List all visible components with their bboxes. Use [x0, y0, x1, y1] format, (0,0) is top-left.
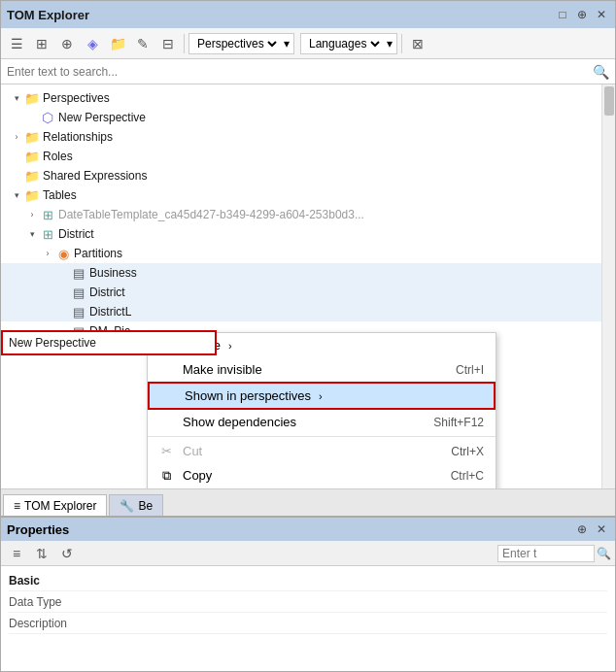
tree-label-business: Business: [89, 266, 137, 280]
toolbar-btn-3[interactable]: ⊕: [55, 32, 79, 55]
tree-item-shared-expressions[interactable]: 📁 Shared Expressions: [1, 166, 615, 185]
properties-panel: Properties ⊕ ✕ ≡ ⇅ ↺ 🔍 Basic Data Type D…: [1, 516, 615, 671]
toolbar-sep-2: [401, 34, 402, 53]
main-toolbar: ☰ ⊞ ⊕ ◈ 📁 ✎ ⊟ Perspectives ▾ Languages ▾…: [1, 28, 615, 59]
folder-icon-perspectives: 📁: [24, 90, 40, 106]
expand-icon-datetable: ›: [24, 207, 40, 222]
tree-item-relationships[interactable]: › 📁 Relationships: [1, 127, 615, 147]
tree-label-tables: Tables: [43, 188, 77, 202]
tree-label-district-measure: District: [89, 286, 125, 299]
languages-select[interactable]: Languages: [305, 36, 383, 51]
tree-scrollbar[interactable]: [601, 84, 615, 488]
tree-item-partitions[interactable]: › ◉ Partitions: [1, 244, 615, 263]
ctx-shortcut-copy: Ctrl+C: [451, 469, 484, 483]
ctx-shortcut-cut: Ctrl+X: [451, 445, 484, 458]
measure-icon-district: ▤: [71, 285, 86, 300]
folder-icon-shared-expressions: 📁: [24, 168, 40, 184]
title-bar: TOM Explorer □ ⊕ ✕: [1, 1, 615, 28]
languages-dropdown[interactable]: Languages ▾: [300, 33, 397, 54]
props-toolbar-btn-2[interactable]: ⇅: [30, 542, 53, 565]
context-trigger-row[interactable]: New Perspective: [1, 330, 217, 355]
tree-label-district: District: [58, 227, 94, 241]
tab-label-be: Be: [138, 499, 153, 513]
expand-icon-tables: ▾: [9, 187, 24, 203]
ctx-shortcut-show-dependencies: Shift+F12: [433, 416, 484, 429]
expand-icon-district: ▾: [24, 226, 40, 242]
properties-title-controls: ⊕ ✕: [574, 521, 609, 537]
tree-label-shared-expressions: Shared Expressions: [43, 169, 147, 183]
search-button[interactable]: 🔍: [593, 64, 609, 80]
tree-label-datetable: DateTableTemplate_ca45d427-b349-4299-a60…: [58, 208, 364, 221]
context-menu: Create › Make invisible Ctrl+I Shown in …: [147, 332, 496, 488]
tree-item-district[interactable]: ▾ ⊞ District: [1, 224, 615, 244]
props-toolbar-btn-1[interactable]: ≡: [5, 542, 28, 565]
close-button[interactable]: ✕: [594, 7, 609, 22]
ctx-item-make-invisible[interactable]: Make invisible Ctrl+I: [148, 357, 496, 382]
tree-item-new-perspective[interactable]: ⬡ New Perspective: [1, 108, 615, 127]
search-input[interactable]: [7, 65, 593, 79]
expand-icon-district-measure: [55, 285, 71, 300]
tab-be[interactable]: 🔧 Be: [109, 494, 163, 516]
ctx-arrow-create: ›: [228, 340, 232, 352]
tree-item-district-measure[interactable]: ▤ District: [1, 283, 615, 302]
tree-item-roles[interactable]: 📁 Roles: [1, 147, 615, 166]
ctx-item-copy[interactable]: ⧉ Copy Ctrl+C: [148, 463, 496, 487]
toolbar-btn-2[interactable]: ⊞: [30, 32, 53, 55]
copy-icon: ⧉: [157, 467, 175, 485]
toolbar-btn-8[interactable]: ⊠: [406, 32, 429, 55]
ctx-label-make-invisible: Make invisible: [183, 362, 262, 377]
toolbar-sep-1: [184, 34, 185, 53]
expand-icon-new-perspective: [24, 110, 40, 125]
ctx-item-shown-in-perspectives[interactable]: Shown in perspectives ›: [148, 382, 496, 410]
tree-item-districtL[interactable]: ▤ DistrictL: [1, 302, 615, 321]
toolbar-btn-1[interactable]: ☰: [5, 32, 28, 55]
title-bar-left: TOM Explorer: [7, 8, 89, 22]
expand-icon-business: [55, 265, 71, 281]
ctx-label-copy: Copy: [183, 468, 212, 483]
tab-icon-be: 🔧: [120, 499, 134, 513]
tree-item-datetable[interactable]: › ⊞ DateTableTemplate_ca45d427-b349-4299…: [1, 205, 615, 224]
search-bar: 🔍: [1, 59, 615, 84]
toolbar-btn-7[interactable]: ⊟: [156, 32, 180, 55]
measure-icon-business: ▤: [71, 265, 86, 281]
tree-item-business[interactable]: ▤ Business: [1, 263, 615, 283]
tab-tom-explorer[interactable]: ≡ TOM Explorer: [3, 494, 107, 516]
expand-icon-shared-expressions: [9, 168, 24, 184]
tree-label-districtL: DistrictL: [89, 305, 131, 319]
ctx-arrow-shown-in-perspectives: ›: [319, 390, 323, 402]
ctx-item-show-dependencies[interactable]: Show dependencies Shift+F12: [148, 410, 496, 434]
properties-title: Properties ⊕ ✕: [1, 518, 615, 541]
perspective-icon: ⬡: [40, 110, 55, 125]
folder-icon-tables: 📁: [24, 187, 40, 203]
tree-item-tables[interactable]: ▾ 📁 Tables: [1, 185, 615, 205]
tree-item-perspectives[interactable]: ▾ 📁 Perspectives: [1, 88, 615, 108]
ctx-label-show-dependencies: Show dependencies: [183, 415, 296, 429]
properties-close-btn[interactable]: ✕: [594, 521, 609, 537]
folder-icon-relationships: 📁: [24, 129, 40, 145]
properties-search-input[interactable]: [497, 545, 595, 562]
expand-icon-districtL: [55, 304, 71, 319]
props-basic-label: Basic: [9, 574, 106, 588]
tree-label-roles: Roles: [43, 150, 73, 163]
perspectives-dropdown[interactable]: Perspectives ▾: [188, 33, 294, 54]
perspectives-select[interactable]: Perspectives: [193, 36, 280, 51]
ctx-item-paste[interactable]: 📋 Paste Ctrl+V: [148, 487, 496, 488]
toolbar-btn-4[interactable]: ◈: [81, 32, 104, 55]
pin-button[interactable]: ⊕: [574, 7, 590, 22]
languages-dropdown-arrow-icon: ▾: [387, 37, 393, 50]
properties-search-button[interactable]: 🔍: [597, 547, 611, 560]
properties-pin-btn[interactable]: ⊕: [574, 521, 590, 537]
ctx-item-cut[interactable]: ✂ Cut Ctrl+X: [148, 439, 496, 463]
tab-icon-tom-explorer: ≡: [14, 499, 20, 513]
tree-label-perspectives: Perspectives: [43, 91, 110, 105]
properties-content: Basic Data Type Description: [1, 566, 615, 671]
tree-label-partitions: Partitions: [74, 247, 122, 260]
toolbar-btn-5[interactable]: 📁: [106, 32, 129, 55]
scrollbar-thumb[interactable]: [604, 86, 614, 116]
props-key-description: Description: [9, 617, 106, 630]
toolbar-btn-6[interactable]: ✎: [131, 32, 154, 55]
partition-icon: ◉: [55, 246, 71, 261]
props-toolbar-btn-3[interactable]: ↺: [55, 542, 79, 565]
properties-toolbar: ≡ ⇅ ↺ 🔍: [1, 541, 615, 566]
minimize-button[interactable]: □: [555, 7, 570, 22]
